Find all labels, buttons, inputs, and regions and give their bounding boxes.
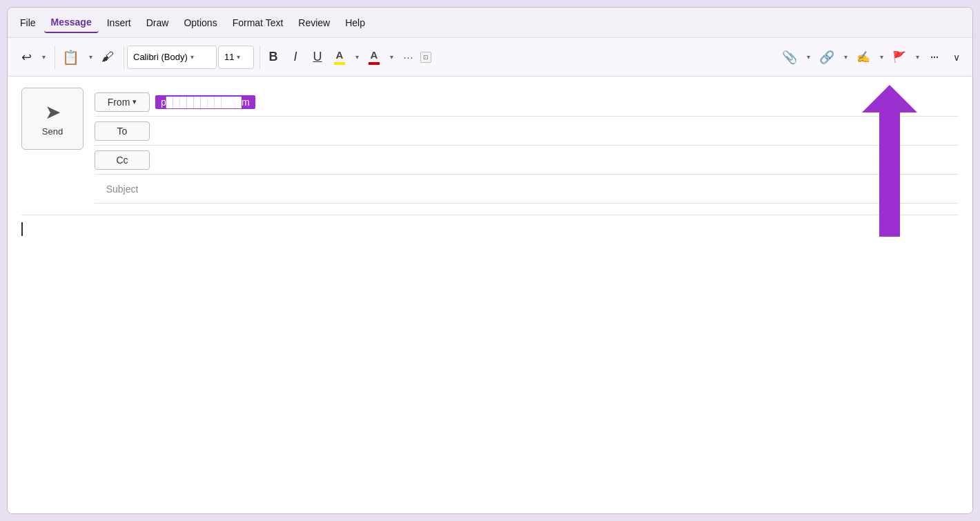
- menu-insert[interactable]: Insert: [100, 13, 138, 32]
- font-color-chevron-icon: ▾: [390, 53, 393, 61]
- paste-chevron-icon: ▾: [89, 53, 92, 61]
- undo-dropdown[interactable]: ▾: [38, 46, 49, 69]
- to-label: To: [117, 126, 128, 137]
- font-size-label: 11: [224, 52, 234, 62]
- flag-icon: 🚩: [892, 50, 906, 63]
- send-button[interactable]: ➤ Send: [21, 88, 84, 150]
- from-value: p███████████m: [155, 95, 255, 109]
- font-family-selector[interactable]: Calibri (Body) ▾: [127, 46, 217, 69]
- menu-draw[interactable]: Draw: [139, 13, 176, 32]
- from-email-highlighted: p███████████m: [155, 95, 255, 109]
- undo-chevron-icon: ▾: [42, 53, 46, 61]
- more-text-options-button[interactable]: ···: [398, 46, 419, 69]
- ribbon-toolbar: ↩ ▾ 📋 ▾ 🖌 Calibri (Body) ▾ 1: [8, 38, 972, 77]
- signature-button[interactable]: ✍: [852, 46, 874, 69]
- menu-review[interactable]: Review: [291, 13, 337, 32]
- to-button[interactable]: To: [95, 121, 150, 141]
- font-color-button[interactable]: A: [364, 46, 384, 69]
- undo-redo-group: ↩ ▾: [13, 46, 52, 69]
- attach-dropdown[interactable]: ▾: [803, 46, 814, 69]
- more-options-icon: ···: [930, 52, 939, 63]
- from-row: From ▾ p███████████m: [95, 88, 959, 117]
- from-button[interactable]: From ▾: [95, 92, 150, 112]
- highlight-color-button[interactable]: A: [329, 46, 350, 69]
- text-resize-handle[interactable]: ⊡: [420, 52, 431, 63]
- flag-button[interactable]: 🚩: [888, 46, 910, 69]
- text-cursor: [21, 222, 23, 236]
- more-dots-icon: ···: [404, 52, 414, 63]
- menu-format-text[interactable]: Format Text: [226, 13, 291, 32]
- paste-icon: 📋: [62, 49, 79, 66]
- attach-button[interactable]: 📎: [778, 46, 801, 69]
- menu-help[interactable]: Help: [338, 13, 372, 32]
- link-dropdown[interactable]: ▾: [840, 46, 851, 69]
- to-row: To: [95, 117, 959, 146]
- underline-button[interactable]: U: [307, 46, 328, 69]
- subject-input[interactable]: [155, 181, 959, 197]
- subject-label: Subject: [95, 184, 150, 195]
- paste-group: 📋 ▾ 🖌: [55, 46, 121, 69]
- highlight-dropdown[interactable]: ▾: [351, 46, 362, 69]
- undo-button[interactable]: ↩: [16, 46, 37, 69]
- compose-area: ➤ Send From ▾ p███████████m: [8, 77, 972, 513]
- fields-container: From ▾ p███████████m To: [95, 88, 959, 204]
- italic-icon: I: [293, 50, 297, 64]
- format-painter-icon: 🖌: [101, 50, 114, 64]
- signature-dropdown[interactable]: ▾: [876, 46, 887, 69]
- highlight-chevron-icon: ▾: [355, 53, 359, 61]
- link-chevron-icon: ▾: [844, 53, 847, 61]
- outlook-compose-window: File Message Insert Draw Options Format …: [7, 7, 973, 514]
- font-group: Calibri (Body) ▾ 11 ▾: [124, 46, 257, 69]
- undo-icon: ↩: [21, 50, 32, 65]
- from-dropdown-icon: ▾: [133, 97, 137, 106]
- cc-row: Cc: [95, 146, 959, 175]
- bold-button[interactable]: B: [263, 46, 284, 69]
- more-options-button[interactable]: ···: [924, 46, 945, 69]
- font-family-label: Calibri (Body): [133, 52, 188, 62]
- collapse-chevron-icon: ∨: [953, 52, 960, 63]
- collapse-ribbon-button[interactable]: ∨: [946, 46, 967, 69]
- resize-icon: ⊡: [423, 54, 429, 61]
- flag-dropdown[interactable]: ▾: [912, 46, 923, 69]
- subject-row: Subject: [95, 175, 959, 204]
- font-color-icon: A: [369, 49, 380, 65]
- italic-button[interactable]: I: [285, 46, 306, 69]
- right-toolbar: 📎 ▾ 🔗 ▾ ✍ ▾ 🚩 ▾: [778, 46, 967, 69]
- paste-dropdown[interactable]: ▾: [85, 46, 96, 69]
- cc-input[interactable]: [155, 152, 959, 168]
- attach-chevron-icon: ▾: [807, 53, 810, 61]
- font-family-chevron: ▾: [190, 53, 194, 61]
- flag-chevron-icon: ▾: [916, 53, 919, 61]
- compose-wrapper: [21, 209, 959, 502]
- email-body[interactable]: [21, 215, 959, 502]
- text-format-group: B I U A ▾ A: [259, 46, 434, 69]
- paste-button[interactable]: 📋: [58, 46, 84, 69]
- font-size-selector[interactable]: 11 ▾: [218, 46, 254, 69]
- to-input[interactable]: [155, 123, 959, 139]
- link-button[interactable]: 🔗: [815, 46, 839, 69]
- menu-file[interactable]: File: [13, 13, 43, 32]
- cc-label: Cc: [116, 155, 128, 166]
- font-color-dropdown[interactable]: ▾: [386, 46, 397, 69]
- cc-button[interactable]: Cc: [95, 150, 150, 170]
- highlight-color-icon: A: [334, 49, 345, 65]
- underline-icon: U: [313, 50, 322, 64]
- compose-header: ➤ Send From ▾ p███████████m: [21, 88, 959, 204]
- signature-chevron-icon: ▾: [880, 53, 883, 61]
- paperclip-icon: 📎: [782, 50, 797, 65]
- format-painter-button[interactable]: 🖌: [97, 46, 118, 69]
- menu-message[interactable]: Message: [44, 12, 99, 33]
- link-icon: 🔗: [819, 50, 834, 65]
- from-label: From: [108, 97, 130, 108]
- font-size-chevron: ▾: [237, 53, 240, 61]
- signature-icon: ✍: [856, 50, 870, 63]
- send-icon: ➤: [45, 101, 61, 124]
- send-label: Send: [42, 126, 63, 137]
- menu-bar: File Message Insert Draw Options Format …: [8, 8, 972, 38]
- menu-options[interactable]: Options: [177, 13, 224, 32]
- bold-icon: B: [269, 50, 278, 64]
